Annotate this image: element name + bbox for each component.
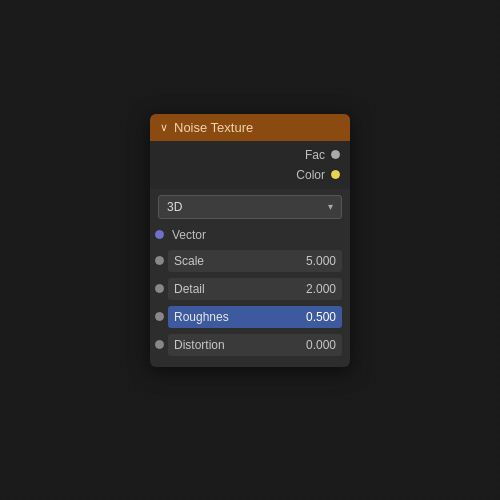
node-title: Noise Texture bbox=[174, 120, 253, 135]
detail-value: 2.000 bbox=[300, 282, 342, 296]
socket-detail[interactable] bbox=[155, 284, 164, 293]
roughness-label: Roughnes bbox=[168, 310, 300, 324]
output-color: Color bbox=[150, 165, 350, 185]
vector-label: Vector bbox=[168, 228, 206, 242]
output-section: Fac Color bbox=[150, 141, 350, 189]
roughness-input-row: Roughnes 0.500 bbox=[150, 303, 350, 331]
detail-field[interactable]: Detail 2.000 bbox=[168, 278, 342, 300]
detail-input-row: Detail 2.000 bbox=[150, 275, 350, 303]
collapse-arrow[interactable]: ∨ bbox=[160, 121, 168, 134]
node-header[interactable]: ∨ Noise Texture bbox=[150, 114, 350, 141]
noise-texture-node: ∨ Noise Texture Fac Color 3D ▾ Vector S bbox=[150, 114, 350, 367]
vector-input-row: Vector bbox=[150, 225, 350, 247]
output-fac: Fac bbox=[150, 145, 350, 165]
dropdown-value: 3D bbox=[167, 200, 182, 214]
distortion-value: 0.000 bbox=[300, 338, 342, 352]
roughness-value: 0.500 bbox=[300, 310, 342, 324]
dropdown-row: 3D ▾ bbox=[150, 189, 350, 225]
distortion-label: Distortion bbox=[168, 338, 300, 352]
roughness-field[interactable]: Roughnes 0.500 bbox=[168, 306, 342, 328]
distortion-input-row: Distortion 0.000 bbox=[150, 331, 350, 359]
dimension-dropdown[interactable]: 3D ▾ bbox=[158, 195, 342, 219]
socket-roughness[interactable] bbox=[155, 312, 164, 321]
chevron-down-icon: ▾ bbox=[328, 201, 333, 212]
scale-field[interactable]: Scale 5.000 bbox=[168, 250, 342, 272]
scale-input-row: Scale 5.000 bbox=[150, 247, 350, 275]
socket-vector[interactable] bbox=[155, 230, 164, 239]
socket-scale[interactable] bbox=[155, 256, 164, 265]
distortion-field[interactable]: Distortion 0.000 bbox=[168, 334, 342, 356]
scale-label: Scale bbox=[168, 254, 300, 268]
socket-color[interactable] bbox=[331, 170, 340, 179]
socket-fac[interactable] bbox=[331, 150, 340, 159]
output-fac-label: Fac bbox=[305, 148, 325, 162]
scale-value: 5.000 bbox=[300, 254, 342, 268]
detail-label: Detail bbox=[168, 282, 300, 296]
output-color-label: Color bbox=[296, 168, 325, 182]
socket-distortion[interactable] bbox=[155, 340, 164, 349]
